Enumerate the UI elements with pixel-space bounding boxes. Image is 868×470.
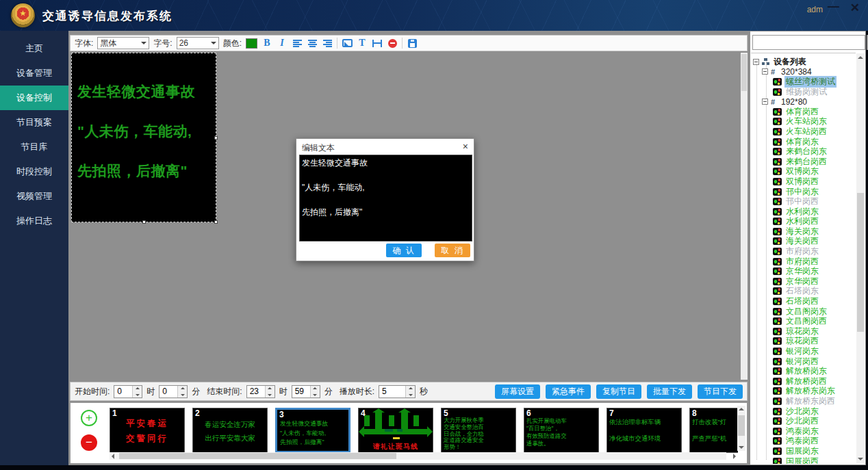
tree-node[interactable]: 水利岗东 [751, 207, 856, 217]
sidebar-item-3[interactable]: 设备控制 [0, 86, 68, 110]
playlist-item-3[interactable]: 3发生轻微交通事故 "人未伤，车能动, 先拍照，后撤离" [275, 408, 350, 453]
spin-down-icon[interactable] [406, 391, 415, 397]
start-minute-stepper[interactable] [159, 385, 188, 398]
collapse-toggle-icon[interactable] [753, 59, 759, 65]
scrollbar-thumb[interactable] [738, 415, 745, 436]
action-button-3[interactable]: 复制节目 [596, 384, 641, 399]
cancel-button[interactable]: 取 消 [435, 244, 470, 257]
playlist-item-5[interactable]: 5大力开展秋冬季 交通安全整治百 日会战，全力稳 定道路交通安全 形势！ [441, 408, 516, 453]
tree-node[interactable]: 沙北岗东 [751, 406, 856, 417]
tree-node[interactable]: 鸿泰岗东 [751, 426, 856, 436]
end-minute-stepper[interactable] [292, 385, 320, 398]
close-icon[interactable]: ✕ [850, 1, 860, 15]
insert-image-button[interactable] [342, 37, 353, 49]
tree-node[interactable]: #192*80 [751, 96, 856, 107]
tree-node[interactable]: 设备列表 [751, 57, 856, 67]
spin-down-icon[interactable] [266, 391, 275, 397]
tree-node[interactable]: 水利岗西 [751, 217, 856, 227]
bold-button[interactable]: B [261, 37, 272, 49]
minimize-icon[interactable]: — [828, 0, 839, 14]
end-minute-input[interactable] [292, 386, 310, 397]
tree-node[interactable]: 沙北岗西 [751, 416, 856, 426]
start-hour-input[interactable] [114, 386, 132, 397]
scrollbar-thumb[interactable] [857, 193, 864, 332]
resize-handle[interactable] [142, 220, 146, 224]
spin-up-icon[interactable] [178, 386, 187, 392]
sidebar-item-6[interactable]: 时段控制 [0, 159, 68, 184]
tree-node[interactable]: 解放桥东岗东 [751, 387, 856, 397]
duration-stepper[interactable] [379, 385, 416, 398]
close-icon[interactable]: × [463, 141, 468, 152]
playlist-item-7[interactable]: 7依法治理非标车辆 净化城市交通环境 [607, 408, 682, 453]
save-button[interactable] [407, 37, 418, 49]
playlist-item-4[interactable]: 4请礼让斑马线 [358, 408, 433, 453]
scroll-up-icon[interactable] [739, 408, 744, 410]
action-button-5[interactable]: 节目下发 [698, 384, 743, 399]
playlist-item-2[interactable]: 2春运安全连万家 出行平安靠大家 [192, 408, 268, 453]
tree-node[interactable]: 体育岗东 [751, 137, 856, 147]
sidebar-item-1[interactable]: 主页 [0, 36, 68, 61]
delete-button[interactable] [387, 37, 398, 49]
playlist-hscrollbar[interactable] [110, 452, 726, 460]
sidebar-item-2[interactable]: 设备管理 [0, 61, 68, 86]
playlist-item-6[interactable]: 6扎实开展电动车 "百日整治"， 有效预防道路交 通事故。 [524, 408, 599, 453]
tree-node[interactable]: 国展岗东 [751, 446, 856, 456]
tree-node[interactable]: 解放桥岗西 [751, 376, 856, 387]
tree-node[interactable]: 双博岗东 [751, 167, 856, 177]
scrollbar-thumb[interactable] [119, 453, 396, 459]
search-input[interactable] [752, 35, 865, 50]
end-hour-stepper[interactable] [246, 385, 275, 398]
tree-node[interactable]: 琼花岗东 [751, 326, 856, 337]
start-hour-stepper[interactable] [114, 385, 142, 398]
tree-node[interactable]: 文昌阁岗东 [751, 306, 856, 317]
tree-node[interactable]: 邗中岗西 [751, 196, 856, 207]
tree-node[interactable]: 火车站岗西 [751, 127, 856, 137]
spin-up-icon[interactable] [133, 386, 142, 392]
sidebar-item-8[interactable]: 操作日志 [0, 209, 68, 233]
resize-handle[interactable] [214, 136, 218, 140]
align-right-button[interactable] [322, 37, 333, 49]
spin-down-icon[interactable] [133, 391, 142, 397]
tree-node[interactable]: 石塔岗西 [751, 296, 856, 306]
tree-node[interactable]: 来鹤台岗东 [751, 146, 856, 157]
spin-up-icon[interactable] [266, 386, 275, 392]
resize-handle[interactable] [214, 220, 218, 224]
spin-down-icon[interactable] [178, 391, 187, 397]
spin-up-icon[interactable] [406, 386, 415, 392]
insert-text-button[interactable]: T [357, 37, 368, 49]
scrollbar-thumb[interactable] [741, 54, 747, 91]
remove-program-button[interactable]: − [81, 434, 97, 451]
tree-node[interactable]: 体育岗西 [751, 107, 856, 117]
action-button-4[interactable]: 批量下发 [647, 384, 692, 399]
scroll-up-icon[interactable] [858, 56, 863, 59]
sidebar-item-5[interactable]: 节目库 [0, 135, 68, 159]
spin-down-icon[interactable] [311, 391, 320, 397]
tree-node[interactable]: 银河岗东 [751, 346, 856, 356]
tree-node[interactable]: 琼花岗西 [751, 337, 856, 347]
tree-node[interactable]: 来鹤台岗西 [751, 157, 856, 167]
scroll-down-icon[interactable] [739, 446, 744, 449]
led-preview-canvas[interactable]: 发生轻微交通事故 "人未伤，车能动, 先拍照，后撤离" [71, 53, 216, 222]
canvas-scrollbar[interactable] [741, 53, 748, 380]
sidebar-item-4[interactable]: 节目预案 [0, 110, 68, 135]
collapse-toggle-icon[interactable] [762, 99, 768, 105]
scroll-right-icon[interactable] [733, 454, 736, 459]
confirm-button[interactable]: 确 认 [386, 244, 422, 257]
tree-node[interactable]: 火车站岗东 [751, 117, 856, 127]
sidebar-item-7[interactable]: 视频管理 [0, 184, 68, 209]
tree-node[interactable]: 邗中岗东 [751, 187, 856, 197]
tree-node[interactable]: 市府岗西 [751, 257, 856, 267]
playlist-vscrollbar[interactable] [737, 406, 745, 451]
tree-node[interactable]: 文昌阁岗西 [751, 316, 856, 326]
tree-node[interactable]: 维扬岗测试 [751, 87, 856, 97]
action-button-1[interactable]: 屏幕设置 [495, 384, 540, 399]
scroll-left-icon[interactable] [112, 454, 114, 459]
tree-node[interactable]: 国展岗西 [751, 456, 856, 464]
tree-node[interactable]: 海关岗东 [751, 226, 856, 237]
tree-node[interactable]: 解放桥岗东 [751, 366, 856, 376]
tree-node[interactable]: 银河岗西 [751, 356, 856, 367]
italic-button[interactable]: I [277, 37, 288, 49]
font-select[interactable]: 黑体 [97, 37, 149, 49]
end-hour-input[interactable] [247, 386, 265, 397]
tree-node[interactable]: 海关岗西 [751, 237, 856, 247]
